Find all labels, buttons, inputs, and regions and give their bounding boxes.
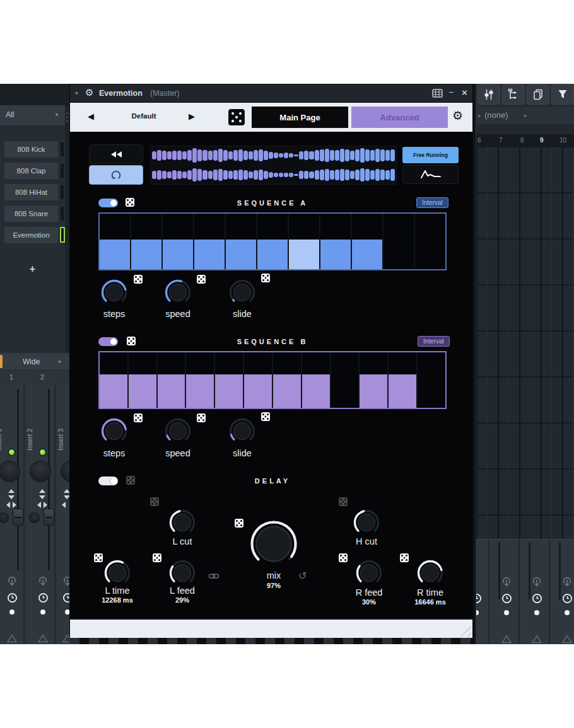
channel-select-slot[interactable] <box>61 142 64 156</box>
track-input-icon[interactable] <box>563 577 571 588</box>
step-cell[interactable] <box>194 214 226 269</box>
speed-dice-icon[interactable] <box>197 275 206 284</box>
steps-dice-icon[interactable] <box>134 413 143 422</box>
triangle-icon[interactable] <box>532 635 542 644</box>
volume-fader[interactable] <box>44 509 54 526</box>
clock-icon[interactable] <box>501 593 512 604</box>
stereo-knob[interactable] <box>29 512 40 523</box>
fader-track[interactable] <box>559 543 561 599</box>
arrow-up-icon[interactable] <box>8 489 15 493</box>
slot-dot[interactable] <box>65 610 69 615</box>
mute-led[interactable] <box>8 448 16 456</box>
slot-dot[interactable] <box>565 610 570 615</box>
sequence-b-interval-chip[interactable]: Interval <box>418 336 450 347</box>
r-time-knob[interactable] <box>416 559 444 587</box>
mixer-strip[interactable] <box>549 540 574 644</box>
triangle-icon[interactable] <box>62 634 69 643</box>
arrow-right-icon[interactable] <box>13 502 16 508</box>
step-cell[interactable] <box>352 214 384 269</box>
channel-select-slot[interactable] <box>61 164 64 178</box>
waveform-display[interactable] <box>150 146 397 185</box>
l-feed-knob[interactable] <box>168 559 196 587</box>
arrow-down-icon[interactable] <box>8 495 15 499</box>
preset-next-icon[interactable]: ▶ <box>189 112 195 121</box>
r-time-dice-icon[interactable] <box>400 553 409 562</box>
playlist-ruler[interactable]: 6 7 8 9 10 <box>476 134 574 146</box>
clock-icon[interactable] <box>532 593 542 604</box>
l-time-dice-icon[interactable] <box>94 553 103 562</box>
arrow-down-icon[interactable] <box>64 495 69 499</box>
loop-button[interactable] <box>89 165 143 185</box>
clock-icon[interactable] <box>562 593 573 604</box>
mixer-strip-insert2[interactable]: Insert 2 <box>25 384 55 644</box>
sequence-b-steps-knob[interactable] <box>100 417 128 445</box>
channel-808-clap[interactable]: 808 Clap <box>4 162 59 180</box>
triangle-icon[interactable] <box>7 634 17 643</box>
settings-gear-icon[interactable]: ⚙ <box>452 108 463 123</box>
step-cell[interactable] <box>186 352 215 408</box>
h-cut-dice-icon[interactable] <box>339 497 348 506</box>
slot-dot[interactable] <box>40 610 45 615</box>
cycle-icon[interactable]: ↺ <box>298 570 307 582</box>
minimize-icon[interactable]: − <box>448 87 454 97</box>
step-cell[interactable] <box>289 214 320 269</box>
randomize-dice-button[interactable] <box>228 108 245 126</box>
mixer-strip[interactable] <box>489 540 519 644</box>
fader-track[interactable] <box>498 543 500 599</box>
sequence-b-step-grid[interactable] <box>98 351 447 409</box>
copy-button[interactable] <box>527 84 549 105</box>
clock-icon[interactable] <box>62 592 69 603</box>
arrow-left-icon[interactable] <box>37 502 41 508</box>
step-cell[interactable] <box>360 352 389 408</box>
envelope-button[interactable] <box>402 165 459 184</box>
routing-button[interactable] <box>502 84 525 105</box>
fader-track[interactable] <box>529 543 530 599</box>
channel-filter[interactable]: All ▸ <box>0 105 65 126</box>
mixer-view-selector[interactable]: Wide ▸ <box>0 353 69 371</box>
slot-dot[interactable] <box>534 610 539 615</box>
step-cell[interactable] <box>244 352 273 408</box>
sequence-a-steps-knob[interactable] <box>100 279 128 306</box>
step-cell[interactable] <box>131 214 163 269</box>
mixer-strip[interactable] <box>519 540 549 644</box>
r-feed-knob[interactable] <box>355 559 383 587</box>
free-running-button[interactable]: Free Running <box>402 147 459 163</box>
step-cell[interactable] <box>384 214 415 269</box>
step-cell[interactable] <box>215 352 244 408</box>
plugin-titlebar[interactable]: ▸ ⚙ Evermotion (Master) − × <box>70 84 472 103</box>
clock-icon[interactable] <box>476 593 482 604</box>
rewind-button[interactable] <box>89 144 143 164</box>
filter-button[interactable] <box>551 84 574 105</box>
collapse-icon[interactable]: ▸ <box>76 90 79 96</box>
arrow-up-icon[interactable] <box>64 489 69 493</box>
sequence-a-interval-chip[interactable]: Interval <box>416 197 448 208</box>
l-cut-knob[interactable] <box>168 509 196 536</box>
detailed-settings-icon[interactable] <box>432 89 443 98</box>
track-input-icon[interactable] <box>38 577 47 587</box>
step-cell[interactable] <box>100 214 131 269</box>
sequence-b-speed-knob[interactable] <box>164 417 192 445</box>
h-cut-knob[interactable] <box>353 509 380 536</box>
stereo-knob[interactable] <box>0 512 9 523</box>
r-feed-dice-icon[interactable] <box>339 553 348 562</box>
speed-dice-icon[interactable] <box>197 413 206 422</box>
mix-dice-icon[interactable] <box>235 519 243 528</box>
l-cut-dice-icon[interactable] <box>150 497 159 506</box>
sequence-a-speed-knob[interactable] <box>164 279 192 306</box>
arrow-up-icon[interactable] <box>39 489 45 493</box>
l-time-knob[interactable] <box>103 559 131 587</box>
arrow-left-icon[interactable] <box>6 502 10 508</box>
arrow-down-icon[interactable] <box>39 495 45 499</box>
slide-dice-icon[interactable] <box>261 412 270 421</box>
add-channel-button[interactable]: + <box>0 263 65 275</box>
step-cell[interactable] <box>415 214 445 269</box>
mixer-strip-insert3[interactable]: Insert 3 <box>56 384 69 644</box>
mixer-strip[interactable] <box>476 540 489 644</box>
fader-track[interactable] <box>17 389 19 570</box>
pan-knob[interactable] <box>30 461 51 482</box>
playlist-grid[interactable] <box>476 146 574 539</box>
mixer-strip-insert1[interactable]: Insert 1 <box>0 384 24 644</box>
preset-name[interactable]: Default <box>108 112 180 120</box>
channel-select-slot[interactable] <box>61 185 64 199</box>
triangle-icon[interactable] <box>501 635 512 644</box>
